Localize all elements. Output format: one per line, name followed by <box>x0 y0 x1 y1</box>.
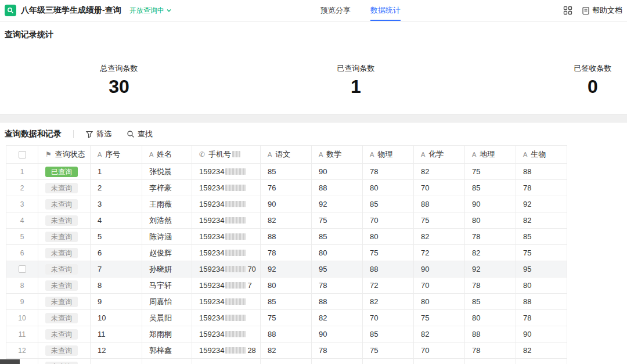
score-cell-chemistry[interactable]: 80 <box>414 294 465 310</box>
score-cell-biology[interactable]: 95 <box>516 261 567 277</box>
score-cell-chinese[interactable]: 82 <box>261 343 312 359</box>
table-row[interactable]: 2未查询2李梓豪159234768880708578 <box>6 180 567 196</box>
name-cell[interactable]: 马宇轩 <box>142 277 192 294</box>
score-cell-math[interactable]: 78 <box>312 343 363 359</box>
score-cell-physics[interactable]: 72 <box>363 277 414 294</box>
table-row[interactable]: 1已查询1张悦晨159234859078827588 <box>6 164 567 180</box>
name-cell[interactable]: 吴晨阳 <box>142 310 192 326</box>
phone-cell[interactable]: 159234 <box>192 245 261 261</box>
table-row[interactable]: 11未查询11郑雨桐159234889085828890 <box>6 326 567 343</box>
score-cell-chinese[interactable]: 78 <box>261 245 312 261</box>
filter-button[interactable]: 筛选 <box>85 129 111 139</box>
score-cell-math[interactable]: 90 <box>312 164 363 180</box>
status-cell[interactable]: 未查询 <box>38 245 91 261</box>
score-cell-chinese[interactable]: 85 <box>261 164 312 180</box>
score-cell-chemistry[interactable]: 82 <box>414 229 465 245</box>
score-cell-geography[interactable] <box>465 359 516 364</box>
phone-cell[interactable]: 1592347 <box>192 277 261 294</box>
seq-cell[interactable]: 12 <box>91 343 142 359</box>
score-cell-chinese[interactable]: 90 <box>261 196 312 212</box>
score-cell-chemistry[interactable]: 70 <box>414 277 465 294</box>
seq-cell[interactable]: 6 <box>91 245 142 261</box>
phone-cell[interactable]: 159234 <box>192 229 261 245</box>
score-cell-math[interactable] <box>312 359 363 364</box>
name-cell[interactable]: 张悦晨 <box>142 164 192 180</box>
phone-cell[interactable]: 159234 <box>192 326 261 343</box>
score-cell-chemistry[interactable]: 75 <box>414 212 465 229</box>
phone-cell[interactable]: 159234 <box>192 294 261 310</box>
score-cell-chemistry[interactable]: 70 <box>414 180 465 196</box>
form-status-dropdown[interactable]: 开放查询中 <box>129 6 172 16</box>
table-row[interactable]: 4未查询4刘浩然159234827570758082 <box>6 212 567 229</box>
status-cell[interactable]: 未查询 <box>38 180 91 196</box>
score-cell-physics[interactable]: 82 <box>363 294 414 310</box>
score-cell-chemistry[interactable] <box>414 359 465 364</box>
score-cell-geography[interactable]: 80 <box>465 212 516 229</box>
score-cell-biology[interactable]: 88 <box>516 164 567 180</box>
score-cell-chemistry[interactable]: 72 <box>414 245 465 261</box>
table-row[interactable]: 3未查询3王雨薇159234909285889092 <box>6 196 567 212</box>
column-header-math[interactable]: A数学 <box>312 146 363 164</box>
column-header-chemistry[interactable]: A化学 <box>414 146 465 164</box>
seq-cell[interactable]: 10 <box>91 310 142 326</box>
score-cell-chinese[interactable]: 92 <box>261 261 312 277</box>
score-cell-biology[interactable]: 78 <box>516 180 567 196</box>
score-cell-geography[interactable]: 92 <box>465 261 516 277</box>
status-cell[interactable]: 未查询 <box>38 294 91 310</box>
score-cell-geography[interactable]: 80 <box>465 310 516 326</box>
tab-data-statistics[interactable]: 数据统计 <box>370 0 401 21</box>
row-checkbox[interactable] <box>19 265 26 273</box>
score-cell-chemistry[interactable]: 82 <box>414 164 465 180</box>
score-cell-chinese[interactable]: 88 <box>261 229 312 245</box>
score-cell-math[interactable]: 78 <box>312 277 363 294</box>
score-cell-physics[interactable]: 80 <box>363 180 414 196</box>
table-row[interactable]: 6未查询6赵俊辉159234788075728275 <box>6 245 567 261</box>
column-header-geography[interactable]: A地理 <box>465 146 516 164</box>
phone-cell[interactable]: 159234 <box>192 212 261 229</box>
score-cell-math[interactable]: 80 <box>312 245 363 261</box>
score-cell-physics[interactable] <box>363 359 414 364</box>
score-cell-math[interactable]: 95 <box>312 261 363 277</box>
score-cell-geography[interactable]: 78 <box>465 343 516 359</box>
name-cell[interactable]: 孙晓妍 <box>142 261 192 277</box>
status-cell[interactable]: 未查询 <box>38 277 91 294</box>
name-cell[interactable]: 王雨薇 <box>142 196 192 212</box>
phone-cell[interactable] <box>192 359 261 364</box>
table-row[interactable]: 8未查询8马宇轩1592347807872707880 <box>6 277 567 294</box>
score-cell-biology[interactable] <box>516 359 567 364</box>
score-cell-physics[interactable]: 70 <box>363 310 414 326</box>
score-cell-geography[interactable]: 85 <box>465 180 516 196</box>
score-cell-physics[interactable]: 85 <box>363 326 414 343</box>
score-cell-biology[interactable]: 88 <box>516 294 567 310</box>
column-header-biology[interactable]: A生物 <box>516 146 567 164</box>
score-cell-biology[interactable]: 82 <box>516 343 567 359</box>
name-cell[interactable]: 李梓豪 <box>142 180 192 196</box>
seq-cell[interactable]: 11 <box>91 326 142 343</box>
status-cell[interactable]: 未查询 <box>38 261 91 277</box>
phone-cell[interactable]: 159234 <box>192 196 261 212</box>
seq-cell[interactable]: 5 <box>91 229 142 245</box>
score-cell-biology[interactable]: 75 <box>516 245 567 261</box>
score-cell-geography[interactable]: 90 <box>465 196 516 212</box>
search-button[interactable]: 查找 <box>127 129 153 139</box>
column-header-status[interactable]: ⚑查询状态 <box>38 146 91 164</box>
score-cell-math[interactable]: 90 <box>312 326 363 343</box>
seq-cell[interactable]: 4 <box>91 212 142 229</box>
status-cell[interactable]: 已查询 <box>38 164 91 180</box>
name-cell[interactable]: 郭梓鑫 <box>142 343 192 359</box>
score-cell-chemistry[interactable]: 88 <box>414 196 465 212</box>
seq-cell[interactable]: 1 <box>91 164 142 180</box>
phone-cell[interactable]: 15923428 <box>192 343 261 359</box>
seq-cell[interactable]: 7 <box>91 261 142 277</box>
name-cell[interactable]: 周嘉怡 <box>142 294 192 310</box>
seq-cell[interactable] <box>91 359 142 364</box>
column-header-name[interactable]: A姓名 <box>142 146 192 164</box>
score-cell-chinese[interactable]: 75 <box>261 310 312 326</box>
table-row[interactable]: 10未查询10吴晨阳159234758270758078 <box>6 310 567 326</box>
score-cell-chinese[interactable] <box>261 359 312 364</box>
phone-cell[interactable]: 15923470 <box>192 261 261 277</box>
status-cell[interactable]: 未查询 <box>38 343 91 359</box>
status-cell[interactable]: 未查询 <box>38 310 91 326</box>
score-cell-physics[interactable]: 75 <box>363 245 414 261</box>
column-header-chinese[interactable]: A语文 <box>261 146 312 164</box>
